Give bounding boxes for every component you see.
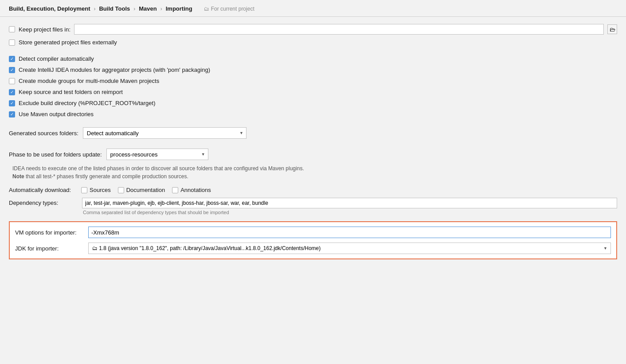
auto-download-row: Automatically download: Sources Document…	[9, 187, 617, 193]
sources-label: Sources	[90, 187, 111, 193]
keep-project-row: Keep project files in: 🗁	[9, 24, 617, 35]
folder-browse-button[interactable]: 🗁	[607, 24, 617, 34]
use-maven-output-row: Use Maven output directories	[9, 111, 617, 117]
vm-options-row: VM options for importer:	[15, 227, 611, 238]
auto-download-checkbox-group: Sources Documentation Annotations	[81, 187, 211, 193]
phase-update-row: Phase to be used for folders update: pro…	[9, 149, 617, 160]
phase-update-label: Phase to be used for folders update:	[9, 151, 102, 158]
dep-types-hint: Comma separated list of dependency types…	[82, 210, 617, 215]
note-block: IDEA needs to execute one of the listed …	[11, 164, 617, 180]
sources-checkbox-item: Sources	[81, 187, 111, 193]
generated-sources-row: Generated sources folders: Detect automa…	[9, 127, 617, 139]
jdk-select-wrapper: 🗂 1.8 (java version "1.8.0_162", path: /…	[88, 243, 611, 254]
create-modules-row: Create IntelliJ IDEA modules for aggrega…	[9, 67, 617, 73]
breadcrumb-sep-2: ›	[133, 6, 135, 12]
note-bold: Note	[12, 173, 24, 180]
keep-project-input[interactable]	[74, 24, 604, 35]
create-module-groups-checkbox[interactable]	[9, 78, 15, 84]
store-generated-label: Store generated project files externally	[19, 39, 117, 46]
settings-page: Build, Execution, Deployment › Build Too…	[0, 0, 626, 364]
generated-sources-label: Generated sources folders:	[9, 130, 78, 137]
note-line2: Note that all test-* phases firstly gene…	[11, 172, 617, 180]
dep-types-label: Dependency types:	[9, 198, 78, 206]
breadcrumb-part-2: Build Tools	[99, 5, 130, 12]
detect-compiler-checkbox[interactable]	[9, 56, 15, 62]
dep-types-row: Dependency types: Comma separated list o…	[9, 198, 617, 215]
phase-update-select[interactable]: process-resources generate-sources gener…	[106, 149, 208, 160]
breadcrumb-current: Importing	[166, 5, 192, 12]
detect-compiler-label: Detect compiler automatically	[19, 55, 94, 62]
documentation-checkbox[interactable]	[118, 187, 124, 193]
phase-update-select-wrapper: process-resources generate-sources gener…	[106, 149, 208, 160]
store-generated-checkbox[interactable]	[9, 39, 15, 46]
breadcrumb-part-1: Build, Execution, Deployment	[9, 5, 90, 12]
vm-options-box: VM options for importer: JDK for importe…	[9, 221, 617, 259]
create-module-groups-label: Create module groups for multi-module Ma…	[19, 78, 159, 84]
settings-content: Keep project files in: 🗁 Store generated…	[0, 17, 626, 268]
documentation-label: Documentation	[126, 187, 165, 193]
detect-compiler-row: Detect compiler automatically	[9, 55, 617, 62]
vm-options-input[interactable]	[88, 227, 611, 238]
exclude-build-label: Exclude build directory (%PROJECT_ROOT%/…	[19, 100, 155, 106]
generated-sources-select[interactable]: Detect automatically Each generated sour…	[83, 127, 246, 139]
keep-source-checkbox[interactable]	[9, 89, 15, 95]
generated-sources-select-wrapper: Detect automatically Each generated sour…	[83, 127, 246, 139]
scope-label: For current project	[211, 6, 254, 12]
breadcrumb-part-3: Maven	[139, 5, 156, 12]
create-module-groups-row: Create module groups for multi-module Ma…	[9, 78, 617, 84]
annotations-label: Annotations	[180, 187, 211, 193]
dep-types-col: Comma separated list of dependency types…	[82, 198, 617, 215]
auto-download-label: Automatically download:	[9, 187, 78, 193]
use-maven-output-checkbox[interactable]	[9, 111, 15, 117]
create-modules-checkbox[interactable]	[9, 67, 15, 73]
scope-icon: 🗂	[204, 6, 209, 12]
create-modules-label: Create IntelliJ IDEA modules for aggrega…	[19, 67, 210, 73]
keep-project-label: Keep project files in:	[19, 26, 70, 33]
dep-types-input[interactable]	[82, 198, 617, 208]
exclude-build-checkbox[interactable]	[9, 100, 15, 106]
annotations-checkbox-item: Annotations	[172, 187, 211, 193]
store-generated-row: Store generated project files externally	[9, 39, 617, 46]
keep-source-row: Keep source and test folders on reimport	[9, 89, 617, 95]
jdk-importer-label: JDK for importer:	[15, 245, 84, 252]
keep-source-label: Keep source and test folders on reimport	[19, 89, 123, 95]
breadcrumb-sep-1: ›	[94, 6, 95, 12]
sources-checkbox[interactable]	[81, 187, 87, 193]
vm-options-label: VM options for importer:	[15, 229, 84, 236]
use-maven-output-label: Use Maven output directories	[19, 111, 94, 117]
note-line2-text: that all test-* phases firstly generate …	[24, 173, 188, 180]
jdk-importer-select[interactable]: 🗂 1.8 (java version "1.8.0_162", path: /…	[88, 243, 611, 254]
breadcrumb-scope: 🗂 For current project	[204, 6, 254, 12]
jdk-importer-row: JDK for importer: 🗂 1.8 (java version "1…	[15, 243, 611, 254]
breadcrumb-sep-3: ›	[160, 6, 162, 12]
breadcrumb-bar: Build, Execution, Deployment › Build Too…	[0, 0, 626, 17]
annotations-checkbox[interactable]	[172, 187, 178, 193]
note-line1: IDEA needs to execute one of the listed …	[11, 164, 617, 172]
exclude-build-row: Exclude build directory (%PROJECT_ROOT%/…	[9, 100, 617, 106]
documentation-checkbox-item: Documentation	[118, 187, 165, 193]
keep-project-checkbox[interactable]	[9, 26, 15, 32]
